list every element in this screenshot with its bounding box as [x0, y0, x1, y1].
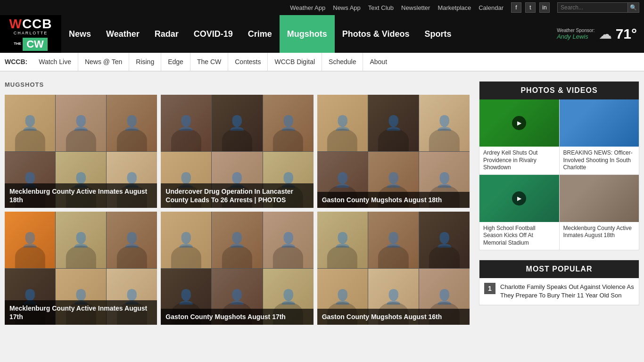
- face-1: [161, 95, 211, 151]
- logo-the-text: THE: [14, 41, 21, 46]
- logo-wccb-text: WCCB: [9, 17, 52, 31]
- site-logo[interactable]: WCCB CHARLOTTE THE CW: [0, 15, 61, 53]
- face-3: [107, 212, 157, 268]
- twitter-icon[interactable]: t: [525, 2, 536, 13]
- face-2: [368, 95, 419, 151]
- nav-sports[interactable]: Sports: [417, 15, 459, 53]
- card-image-gaston-aug16: [317, 212, 470, 325]
- play-button-1[interactable]: ▶: [512, 116, 526, 130]
- weather-sponsor-label: Weather Sponsor:: [557, 28, 594, 33]
- pv-thumb-1: ▶: [479, 99, 559, 147]
- card-gaston-aug17[interactable]: Gaston County Mugshots August 17th: [161, 212, 313, 325]
- subnav-rising[interactable]: Rising: [129, 53, 161, 71]
- nav-crime[interactable]: Crime: [240, 15, 280, 53]
- photos-videos-section: PHOTOS & VIDEOS ▶ Ardrey Kell Shuts Out …: [479, 81, 639, 250]
- logo-charlotte-text: CHARLOTTE: [14, 31, 48, 35]
- face-3: [263, 95, 314, 151]
- pv-thumb-2: [560, 99, 639, 147]
- top-bar: Weather App News App Text Club Newslette…: [0, 0, 644, 15]
- popular-item-1[interactable]: 1 Charlotte Family Speaks Out Against Vi…: [479, 278, 639, 305]
- subnav-contests[interactable]: Contests: [228, 53, 268, 71]
- logo-cw-text: CW: [23, 38, 48, 51]
- card-caption-4: Mecklenburg County Active Inmates August…: [5, 300, 157, 325]
- pv-item-1[interactable]: ▶ Ardrey Kell Shuts Out Providence in Ri…: [479, 99, 559, 174]
- card-meck-aug18[interactable]: Mecklenburg County Active Inmates August…: [5, 95, 157, 208]
- pv-item-3[interactable]: ▶ High School Football Season Kicks Off …: [479, 175, 559, 250]
- pv-caption-1: Ardrey Kell Shuts Out Providence in Riva…: [479, 147, 559, 174]
- weather-widget: Weather Sponsor: Andy Lewis ☁ 71°: [550, 26, 644, 42]
- subnav-schedule[interactable]: Schedule: [322, 53, 363, 71]
- pv-item-4[interactable]: Mecklenburg County Active Inmates August…: [560, 175, 639, 250]
- card-image-gaston-aug18: [317, 95, 470, 208]
- marketplace-link[interactable]: Marketplace: [438, 4, 471, 11]
- newsletter-link[interactable]: Newsletter: [401, 4, 430, 11]
- photos-videos-title: PHOTOS & VIDEOS: [479, 82, 639, 99]
- nav-mugshots[interactable]: Mugshots: [280, 15, 335, 53]
- weather-temperature: 71°: [616, 26, 637, 42]
- subnav-edge[interactable]: Edge: [161, 53, 190, 71]
- nav-news[interactable]: News: [61, 15, 99, 53]
- nav-covid[interactable]: COVID-19: [186, 15, 240, 53]
- face-3: [419, 95, 470, 151]
- search-input[interactable]: [557, 2, 628, 13]
- most-popular-section: MOST POPULAR 1 Charlotte Family Speaks O…: [479, 260, 639, 305]
- main-nav: WCCB CHARLOTTE THE CW News Weather Radar…: [0, 15, 644, 53]
- social-icons: f t in: [511, 2, 550, 13]
- face-1: [161, 212, 211, 268]
- calendar-link[interactable]: Calendar: [479, 4, 504, 11]
- card-gaston-aug18[interactable]: Gaston County Mugshots August 18th: [317, 95, 470, 208]
- face-3: [107, 95, 157, 151]
- sidebar: PHOTOS & VIDEOS ▶ Ardrey Kell Shuts Out …: [479, 81, 639, 325]
- face-2: [56, 212, 106, 268]
- card-caption-5: Gaston County Mugshots August 17th: [161, 309, 313, 325]
- subnav-news-ten[interactable]: News @ Ten: [78, 53, 129, 71]
- subnav-watch-live[interactable]: Watch Live: [32, 53, 78, 71]
- card-caption-3: Gaston County Mugshots August 18th: [317, 192, 470, 208]
- face-1: [5, 212, 55, 268]
- nav-weather[interactable]: Weather: [99, 15, 147, 53]
- most-popular-title: MOST POPULAR: [479, 260, 639, 278]
- subnav-label: WCCB:: [5, 58, 27, 66]
- face-1: [5, 95, 55, 151]
- weather-sponsor-name: Andy Lewis: [557, 33, 594, 40]
- face-3: [263, 212, 314, 268]
- facebook-icon[interactable]: f: [511, 2, 521, 13]
- face-2: [368, 212, 419, 268]
- popular-text-1: Charlotte Family Speaks Out Against Viol…: [500, 283, 634, 300]
- content-wrapper: MUGSHOTS Mecklenburg County Active Inmat…: [0, 72, 644, 334]
- face-2: [212, 212, 262, 268]
- subnav-about[interactable]: About: [363, 53, 394, 71]
- face-3: [419, 212, 470, 268]
- text-club-link[interactable]: Text Club: [368, 4, 394, 11]
- face-1: [317, 212, 368, 268]
- pv-thumb-3: ▶: [479, 175, 559, 222]
- nav-radar[interactable]: Radar: [147, 15, 186, 53]
- card-meck-aug17[interactable]: Mecklenburg County Active Inmates August…: [5, 212, 157, 325]
- search-button[interactable]: 🔍: [628, 2, 639, 13]
- sub-nav: WCCB: Watch Live News @ Ten Rising Edge …: [0, 53, 644, 72]
- search-form: 🔍: [557, 2, 639, 13]
- face-2: [212, 95, 262, 151]
- subnav-wccb-digital[interactable]: WCCB Digital: [268, 53, 322, 71]
- pv-thumb-4: [560, 175, 639, 222]
- news-app-link[interactable]: News App: [333, 4, 361, 11]
- nav-photos[interactable]: Photos & Videos: [335, 15, 417, 53]
- face-2: [56, 95, 106, 151]
- card-lancaster[interactable]: Undercover Drug Operation In Lancaster C…: [161, 95, 313, 208]
- popular-num-1: 1: [484, 283, 495, 294]
- play-button-3[interactable]: ▶: [512, 191, 526, 206]
- mugshots-grid: Mecklenburg County Active Inmates August…: [5, 95, 470, 325]
- pv-caption-2: BREAKING NEWS: Officer-Involved Shooting…: [560, 147, 639, 174]
- photos-videos-grid: ▶ Ardrey Kell Shuts Out Providence in Ri…: [479, 99, 639, 250]
- instagram-icon[interactable]: in: [539, 2, 550, 13]
- card-caption-1: Mecklenburg County Active Inmates August…: [5, 183, 157, 208]
- card-gaston-aug16[interactable]: Gaston County Mugshots August 16th: [317, 212, 470, 325]
- weather-cloud-icon: ☁: [599, 26, 612, 42]
- subnav-the-cw[interactable]: The CW: [190, 53, 228, 71]
- pv-item-2[interactable]: BREAKING NEWS: Officer-Involved Shooting…: [560, 99, 639, 174]
- nav-links: News Weather Radar COVID-19 Crime Mugsho…: [61, 15, 550, 53]
- main-content: MUGSHOTS Mecklenburg County Active Inmat…: [5, 81, 470, 325]
- card-caption-6: Gaston County Mugshots August 16th: [317, 309, 470, 325]
- weather-app-link[interactable]: Weather App: [290, 4, 325, 11]
- card-caption-2: Undercover Drug Operation In Lancaster C…: [161, 183, 313, 208]
